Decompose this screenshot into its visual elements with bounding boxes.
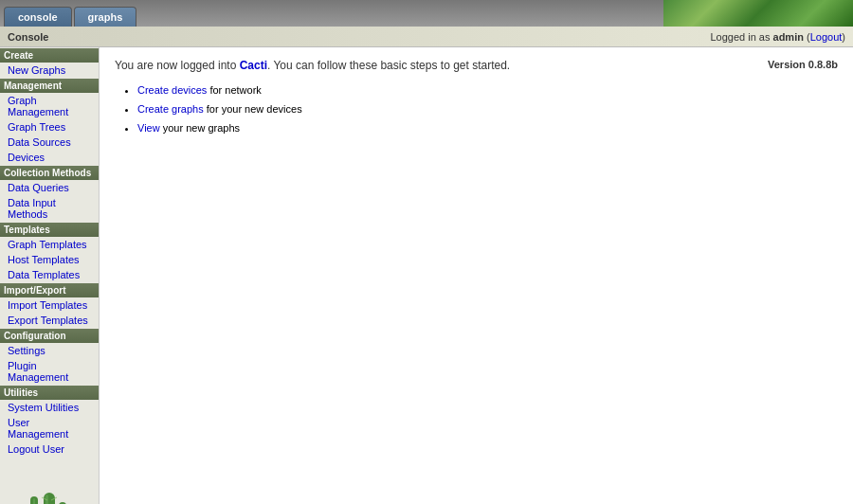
main-layout: CreateNew GraphsManagementGraph Manageme… [0, 47, 853, 504]
sidebar-section-create: Create [0, 48, 99, 63]
tab-graphs[interactable]: graphs [74, 7, 137, 27]
sidebar-item-data-queries[interactable]: Data Queries [0, 180, 99, 195]
svg-rect-0 [44, 493, 55, 504]
sidebar-section-management: Management [0, 79, 99, 93]
welcome-text: You are now logged into Cacti. You can f… [115, 59, 838, 72]
sidebar-item-import-templates[interactable]: Import Templates [0, 297, 99, 313]
sidebar-item-data-input-methods[interactable]: Data Input Methods [0, 195, 99, 222]
create-devices-link[interactable]: Create devices [137, 84, 207, 96]
cactus-area [0, 466, 99, 504]
tab-bar: console graphs [0, 0, 853, 27]
sidebar-item-devices[interactable]: Devices [0, 150, 99, 165]
create-graphs-link[interactable]: Create graphs [137, 103, 204, 115]
sidebar-section-import-export: Import/Export [0, 283, 99, 297]
sidebar-item-user-management[interactable]: User Management [0, 415, 99, 441]
content-area: You are now logged into Cacti. You can f… [100, 47, 853, 504]
steps-list: Create devices for network Create graphs… [115, 81, 838, 137]
sidebar-item-system-utilities[interactable]: System Utilities [0, 400, 99, 415]
sidebar-section-collection-methods: Collection Methods [0, 166, 99, 180]
header-bar: Console Logged in as admin (Logout) [0, 27, 853, 47]
login-info: Logged in as admin (Logout) [710, 31, 845, 43]
tab-console[interactable]: console [4, 7, 72, 27]
login-username: admin [773, 31, 804, 43]
view-graphs-link[interactable]: View [137, 122, 160, 134]
sidebar-item-plugin-management[interactable]: Plugin Management [0, 358, 99, 385]
sidebar-section-utilities: Utilities [0, 386, 99, 400]
logout-link[interactable]: Logout [810, 31, 843, 43]
step-view-graphs: View your new graphs [137, 119, 838, 138]
header-title: Console [8, 31, 48, 43]
sidebar-item-data-sources[interactable]: Data Sources [0, 135, 99, 150]
sidebar-item-settings[interactable]: Settings [0, 343, 99, 358]
sidebar-section-configuration: Configuration [0, 329, 99, 343]
logged-in-text: Logged in as [710, 31, 772, 43]
header-decoration [663, 0, 853, 27]
cactus-logo [21, 474, 78, 504]
sidebar-item-graph-trees[interactable]: Graph Trees [0, 119, 99, 135]
sidebar-item-data-templates[interactable]: Data Templates [0, 267, 99, 282]
sidebar: CreateNew GraphsManagementGraph Manageme… [0, 47, 100, 504]
sidebar-item-graph-templates[interactable]: Graph Templates [0, 237, 99, 252]
step-create-graphs: Create graphs for your new devices [137, 100, 838, 119]
svg-rect-7 [33, 498, 35, 504]
sidebar-item-graph-management[interactable]: Graph Management [0, 93, 99, 119]
sidebar-section-templates: Templates [0, 223, 99, 237]
sidebar-item-export-templates[interactable]: Export Templates [0, 313, 99, 328]
sidebar-item-logout-user[interactable]: Logout User [0, 441, 99, 457]
step-create-devices: Create devices for network [137, 81, 838, 100]
sidebar-item-host-templates[interactable]: Host Templates [0, 252, 99, 267]
cacti-link[interactable]: Cacti [240, 59, 267, 72]
version-label: Version 0.8.8b [768, 59, 838, 70]
sidebar-item-new-graphs[interactable]: New Graphs [0, 63, 99, 78]
